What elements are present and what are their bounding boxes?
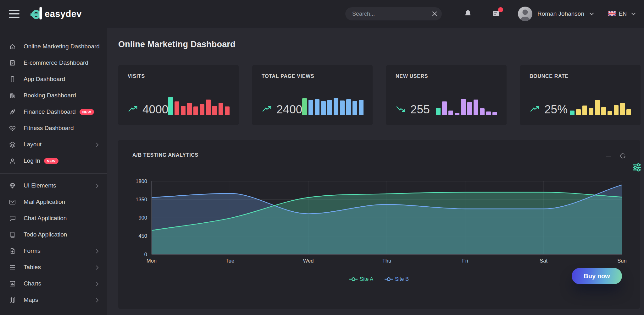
language-selector[interactable]: EN — [608, 11, 636, 17]
sidebar-item-maps[interactable]: Maps — [0, 292, 107, 308]
mini-bar — [175, 101, 179, 115]
mail-icon — [8, 198, 16, 206]
logo-text: easydev — [45, 9, 82, 19]
file-plus-icon — [8, 247, 16, 255]
mini-bar — [346, 99, 351, 115]
mini-bar-chart — [436, 97, 497, 115]
sidebar-item-label: Todo Application — [24, 231, 67, 238]
legend-item-site-a[interactable]: Site A — [349, 276, 373, 282]
stat-card-title: NEW USERS — [396, 73, 497, 79]
mini-bar — [212, 106, 217, 115]
mini-bar — [589, 108, 593, 115]
mini-bar — [436, 108, 441, 115]
smartphone-icon — [8, 76, 16, 83]
notifications-button[interactable] — [464, 9, 472, 19]
mini-bar-chart — [570, 97, 631, 115]
sidebar-item-label: Mail Application — [24, 198, 65, 205]
mini-bar — [474, 100, 478, 115]
layers-icon — [8, 141, 16, 148]
sidebar-item-label: Maps — [24, 296, 38, 303]
stat-card-bounce-rate: BOUNCE RATE 25% — [520, 65, 641, 125]
search-clear-icon[interactable] — [432, 11, 437, 17]
mini-bar — [467, 102, 472, 115]
mini-bar — [359, 100, 364, 115]
sidebar-item-log-in[interactable]: Log InNEW — [0, 153, 107, 169]
stat-card-page-views: TOTAL PAGE VIEWS 2400 — [252, 65, 373, 125]
mini-bar — [570, 111, 575, 115]
unread-badge-dot — [498, 7, 503, 12]
book-icon — [8, 231, 16, 238]
map-icon — [8, 296, 16, 304]
avatar[interactable] — [518, 7, 532, 21]
sliders-icon — [632, 168, 642, 173]
search-input[interactable] — [345, 7, 442, 20]
sidebar-item-forms[interactable]: Forms — [0, 243, 107, 259]
sidebar-item-online-marketing-dashboard[interactable]: Online Marketing Dashboard — [0, 38, 107, 55]
legend-label: Site A — [360, 276, 373, 282]
chevron-right-icon — [96, 265, 99, 271]
sidebar-item-label: Fitness Dashboard — [24, 125, 74, 132]
sidebar-item-charts[interactable]: Charts — [0, 275, 107, 292]
heart-pulse-icon — [8, 125, 16, 132]
svg-text:1800: 1800 — [136, 178, 147, 184]
legend-item-site-b[interactable]: Site B — [385, 276, 409, 282]
sidebar-item-label: Online Marketing Dashboard — [24, 43, 100, 50]
rocket-icon — [8, 108, 16, 116]
theme-customizer-button[interactable] — [631, 162, 643, 174]
messages-button[interactable] — [492, 9, 500, 19]
mini-bar — [200, 104, 204, 115]
sidebar-item-app-dashboard[interactable]: App Dashboard — [0, 71, 107, 87]
chevron-down-icon — [589, 12, 594, 16]
building-icon — [8, 92, 16, 99]
svg-text:Wed: Wed — [303, 258, 314, 263]
mini-bar — [448, 111, 453, 115]
chart-legend: Site ASite B — [132, 276, 626, 282]
sidebar-item-e-commerce-dashboard[interactable]: E-commerce Dashboard — [0, 55, 107, 71]
buy-now-button[interactable]: Buy now — [572, 268, 622, 284]
sidebar-item-fitness-dashboard[interactable]: Fitness Dashboard — [0, 120, 107, 136]
sidebar-item-label: App Dashboard — [24, 76, 65, 83]
mini-bar — [321, 101, 326, 115]
mini-bar — [614, 105, 619, 115]
mini-bar — [461, 99, 466, 115]
bell-icon — [464, 9, 472, 19]
sidebar-item-booking-dashboard[interactable]: Booking Dashboard — [0, 87, 107, 104]
chevron-right-icon — [96, 184, 99, 189]
mini-bar — [455, 113, 459, 115]
panel-actions — [606, 153, 626, 159]
page-title: Online Marketing Dashboard — [118, 40, 641, 49]
hamburger-menu-icon[interactable] — [9, 10, 19, 18]
chevron-right-icon — [96, 249, 99, 255]
collapse-icon[interactable] — [606, 153, 611, 159]
stat-card-new-users: NEW USERS 255 — [386, 65, 507, 125]
ab-testing-chart: 045090013501800MonTueWedThuFriSatSun — [132, 178, 626, 264]
stat-value: 2400 — [276, 104, 302, 115]
stat-card-title: VISITS — [128, 73, 229, 79]
sidebar-item-ui-elements[interactable]: UI Elements — [0, 177, 107, 194]
sidebar: Online Marketing DashboardE-commerce Das… — [0, 28, 107, 315]
sidebar-item-label: Chat Application — [24, 215, 67, 222]
sidebar-item-layout[interactable]: Layout — [0, 136, 107, 153]
sidebar-item-todo-application[interactable]: Todo Application — [0, 226, 107, 243]
diamond-icon — [8, 182, 16, 189]
sidebar-item-chat-application[interactable]: Chat Application — [0, 210, 107, 226]
sidebar-item-finance-dashboard[interactable]: Finance DashboardNEW — [0, 104, 107, 120]
mini-bar — [315, 99, 319, 115]
svg-text:Fri: Fri — [462, 258, 468, 263]
app-logo: easydev — [30, 6, 82, 22]
mini-bar — [334, 98, 338, 115]
user-menu[interactable]: Roman Johanson — [537, 10, 594, 17]
main-content: Online Marketing Dashboard VISITS 4000 T… — [107, 28, 644, 315]
legend-label: Site B — [395, 276, 409, 282]
sidebar-item-tables[interactable]: Tables — [0, 259, 107, 275]
mini-bar — [608, 111, 612, 115]
sidebar-divider — [0, 173, 107, 174]
mini-bar — [582, 106, 587, 115]
new-badge: NEW — [44, 158, 58, 164]
sidebar-item-label: Layout — [24, 141, 42, 148]
sidebar-item-mail-application[interactable]: Mail Application — [0, 194, 107, 210]
sidebar-item-label: Finance Dashboard — [24, 108, 76, 115]
refresh-icon[interactable] — [619, 153, 626, 159]
chevron-down-icon — [631, 12, 636, 16]
mini-bar — [327, 100, 332, 115]
